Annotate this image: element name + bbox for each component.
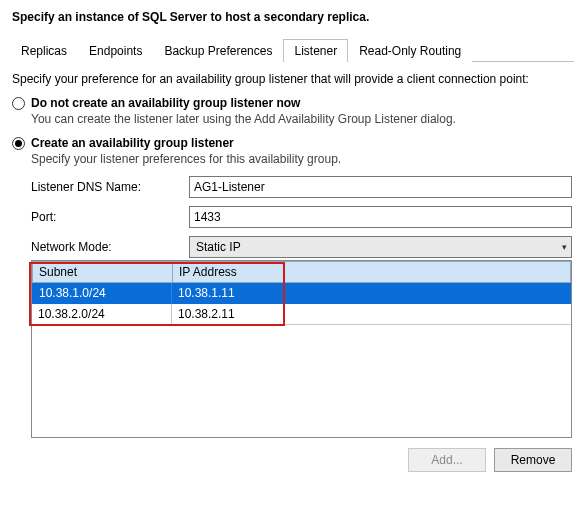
radio-do-not-create-button[interactable] (12, 97, 25, 110)
table-row[interactable]: 10.38.2.0/24 10.38.2.11 (32, 304, 571, 325)
tab-replicas[interactable]: Replicas (10, 39, 78, 62)
ip-header[interactable]: IP Address (172, 261, 571, 283)
remove-button[interactable]: Remove (494, 448, 572, 472)
tab-listener[interactable]: Listener (283, 39, 348, 62)
radio-create-listener-sub: Specify your listener preferences for th… (31, 152, 572, 166)
network-mode-label: Network Mode: (31, 240, 185, 254)
radio-do-not-create-sub: You can create the listener later using … (31, 112, 572, 126)
subnet-grid[interactable]: Subnet IP Address 10.38.1.0/24 10.38.1.1… (31, 260, 572, 438)
table-row[interactable]: 10.38.1.0/24 10.38.1.11 (32, 283, 571, 304)
dns-name-label: Listener DNS Name: (31, 180, 185, 194)
page-title: Specify an instance of SQL Server to hos… (12, 10, 574, 24)
subnet-cell: 10.38.2.0/24 (32, 304, 172, 325)
chevron-down-icon: ▾ (562, 242, 567, 252)
subnet-cell: 10.38.1.0/24 (32, 283, 172, 304)
add-button: Add... (408, 448, 486, 472)
radio-create-listener-button[interactable] (12, 137, 25, 150)
port-input[interactable] (189, 206, 572, 228)
tab-read-only-routing[interactable]: Read-Only Routing (348, 39, 472, 62)
radio-create-listener-label: Create an availability group listener (31, 136, 234, 150)
tab-listener-panel: Specify your preference for an availabil… (10, 62, 574, 478)
network-mode-select[interactable]: Static IP ▾ (189, 236, 572, 258)
ip-cell: 10.38.1.11 (172, 283, 571, 304)
radio-do-not-create-label: Do not create an availability group list… (31, 96, 300, 110)
ip-cell: 10.38.2.11 (172, 304, 571, 325)
radio-create-listener[interactable]: Create an availability group listener (12, 136, 572, 150)
tab-backup-preferences[interactable]: Backup Preferences (153, 39, 283, 62)
subnet-header[interactable]: Subnet (32, 261, 172, 283)
port-label: Port: (31, 210, 185, 224)
tab-endpoints[interactable]: Endpoints (78, 39, 153, 62)
tab-strip: Replicas Endpoints Backup Preferences Li… (10, 38, 574, 62)
listener-intro-text: Specify your preference for an availabil… (12, 72, 572, 86)
radio-do-not-create[interactable]: Do not create an availability group list… (12, 96, 572, 110)
network-mode-value: Static IP (196, 240, 241, 254)
dns-name-input[interactable] (189, 176, 572, 198)
